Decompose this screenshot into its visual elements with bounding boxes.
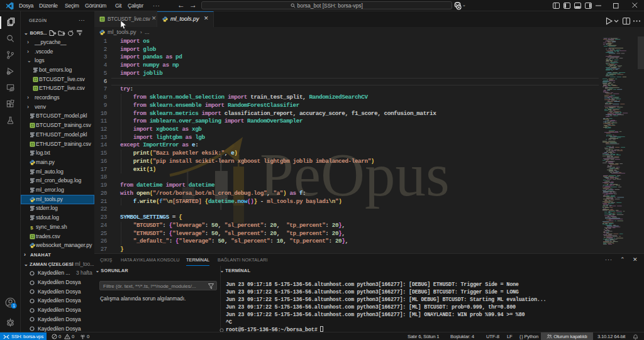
- svg-text:1: 1: [13, 304, 15, 308]
